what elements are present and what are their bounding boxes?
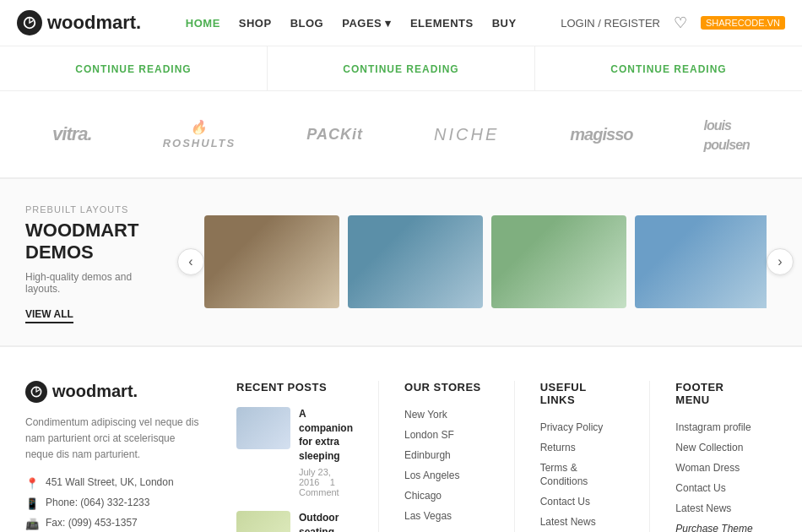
post-thumb-1[interactable]	[236, 407, 290, 449]
continue-reading-section: CONTINUE READING CONTINUE READING CONTIN…	[0, 46, 802, 91]
wishlist-icon[interactable]: ♡	[674, 14, 687, 32]
demo-thumb-1[interactable]	[204, 215, 339, 308]
brand-niche[interactable]: NICHE	[434, 125, 499, 144]
continue-link-1[interactable]: CONTINUE READING	[75, 63, 191, 75]
footer-logo-text: woodmart.	[52, 382, 138, 401]
fax-icon: 📠	[25, 518, 39, 530]
brand-packit[interactable]: PACKit	[306, 126, 363, 144]
brand-roshults[interactable]: 🔥 ROSHULTS	[163, 119, 236, 149]
brand-magisso[interactable]: magisso	[570, 125, 632, 144]
link-contact: Contact Us	[540, 494, 625, 508]
nav-elements[interactable]: ELEMENTS	[410, 17, 474, 30]
phone-icon: 📱	[25, 497, 39, 510]
continue-link-2[interactable]: CONTINUE READING	[343, 63, 458, 75]
stores-list: New York London SF Edinburgh Los Angeles…	[404, 407, 489, 522]
footer-top: woodmart. Condimentum adipiscing vel neq…	[25, 381, 777, 532]
logo-icon	[17, 10, 42, 35]
logo[interactable]: woodmart.	[17, 10, 141, 35]
link-privacy: Privacy Policy	[540, 420, 625, 433]
post-thumb-2[interactable]	[236, 511, 290, 532]
sharecode-badge: SHARECODE.VN	[701, 16, 785, 30]
footer: woodmart. Condimentum adipiscing vel neq…	[0, 346, 802, 532]
footer-menu-col: FOOTER MENU Instagram profile New Collec…	[658, 381, 777, 532]
footer-description: Condimentum adipiscing vel neque dis nam…	[25, 415, 203, 464]
menu-new-collection: New Collection	[675, 440, 760, 453]
store-chicago: Chicago	[404, 488, 489, 502]
store-new-york: New York	[404, 407, 489, 421]
location-icon: 📍	[25, 477, 39, 490]
footer-fax: 📠 Fax: (099) 453-1357	[25, 517, 203, 530]
nav-pages[interactable]: PAGES ▾	[342, 17, 392, 30]
store-edinburgh: Edinburgh	[404, 448, 489, 461]
demos-left: PREBUILT LAYOUTS WOODMART DEMOS High-qua…	[8, 196, 177, 328]
useful-links-title: USEFUL LINKS	[540, 381, 625, 406]
footer-stores-col: OUR STORES New York London SF Edinburgh …	[387, 381, 506, 532]
recent-post-2: Outdoor seating collection inspiration J…	[236, 511, 353, 532]
brand-louis[interactable]: louispoulsen	[704, 115, 750, 154]
continue-col-2: CONTINUE READING	[268, 46, 535, 90]
stores-title: OUR STORES	[404, 381, 489, 394]
post-meta-1: July 23, 2016 1 Comment	[299, 467, 353, 497]
footer-menu-title: FOOTER MENU	[675, 381, 760, 406]
demo-thumb-2[interactable]	[348, 215, 483, 308]
footer-address: 📍 451 Wall Street, UK, London	[25, 476, 203, 490]
demos-title: WOODMART DEMOS	[25, 220, 160, 264]
footer-divider-3	[649, 381, 650, 532]
post-title-2[interactable]: Outdoor seating collection inspiration	[299, 511, 353, 532]
footer-brand-col: woodmart. Condimentum adipiscing vel neq…	[25, 381, 219, 532]
store-los-angeles: Los Angeles	[404, 468, 489, 481]
footer-menu-list: Instagram profile New Collection Woman D…	[675, 420, 760, 532]
menu-purchase-theme: Purchase Theme	[675, 521, 760, 532]
recent-posts-title: RECENT POSTS	[236, 381, 353, 394]
footer-phone: 📱 Phone: (064) 332-1233	[25, 497, 203, 510]
carousel-prev-button[interactable]: ‹	[177, 248, 204, 275]
footer-logo-icon	[25, 381, 47, 403]
link-latest-news: Latest News	[540, 514, 625, 528]
footer-divider-1	[378, 381, 379, 532]
carousel-next-button[interactable]: ›	[767, 248, 794, 275]
useful-links-list: Privacy Policy Returns Terms & Condition…	[540, 420, 625, 532]
store-las-vegas: Las Vegas	[404, 508, 489, 522]
continue-col-3: CONTINUE READING	[535, 46, 802, 90]
brands-section: vitra. 🔥 ROSHULTS PACKit NICHE magisso l…	[0, 91, 802, 178]
link-returns: Returns	[540, 440, 625, 453]
demos-description: High-quality demos and layouts.	[25, 271, 160, 295]
demo-thumb-4[interactable]	[635, 215, 767, 308]
menu-contact-us: Contact Us	[675, 480, 760, 494]
login-register-link[interactable]: LOGIN / REGISTER	[561, 17, 660, 30]
demo-thumb-3[interactable]	[491, 215, 626, 308]
recent-post-1: A companion for extra sleeping July 23, …	[236, 407, 353, 497]
prebuilt-label: PREBUILT LAYOUTS	[25, 204, 160, 214]
view-all-link[interactable]: VIEW ALL	[25, 308, 73, 323]
menu-woman-dress: Woman Dress	[675, 460, 760, 474]
nav-shop[interactable]: SHOP	[239, 17, 272, 30]
nav-right: LOGIN / REGISTER ♡ SHARECODE.VN	[561, 14, 785, 32]
menu-instagram: Instagram profile	[675, 420, 760, 433]
link-terms: Terms & Conditions	[540, 460, 625, 487]
footer-divider-2	[514, 381, 515, 532]
menu-latest-news: Latest News	[675, 501, 760, 514]
footer-useful-col: USEFUL LINKS Privacy Policy Returns Term…	[523, 381, 642, 532]
continue-col-1: CONTINUE READING	[0, 46, 268, 90]
nav-buy[interactable]: BUY	[492, 17, 517, 30]
brand-vitra[interactable]: vitra.	[52, 123, 92, 145]
post-title-1[interactable]: A companion for extra sleeping	[299, 407, 353, 464]
footer-recent-posts-col: RECENT POSTS A companion for extra sleep…	[219, 381, 370, 532]
navbar: woodmart. HOME SHOP BLOG PAGES ▾ ELEMENT…	[0, 0, 802, 46]
nav-links: HOME SHOP BLOG PAGES ▾ ELEMENTS BUY	[186, 16, 517, 30]
demos-section: PREBUILT LAYOUTS WOODMART DEMOS High-qua…	[0, 178, 802, 346]
nav-blog[interactable]: BLOG	[290, 17, 324, 30]
store-london-sf: London SF	[404, 427, 489, 441]
footer-logo: woodmart.	[25, 381, 203, 403]
recent-posts-list: A companion for extra sleeping July 23, …	[236, 407, 353, 532]
nav-home[interactable]: HOME	[186, 17, 220, 30]
demos-carousel	[204, 215, 767, 308]
continue-link-3[interactable]: CONTINUE READING	[610, 63, 726, 75]
